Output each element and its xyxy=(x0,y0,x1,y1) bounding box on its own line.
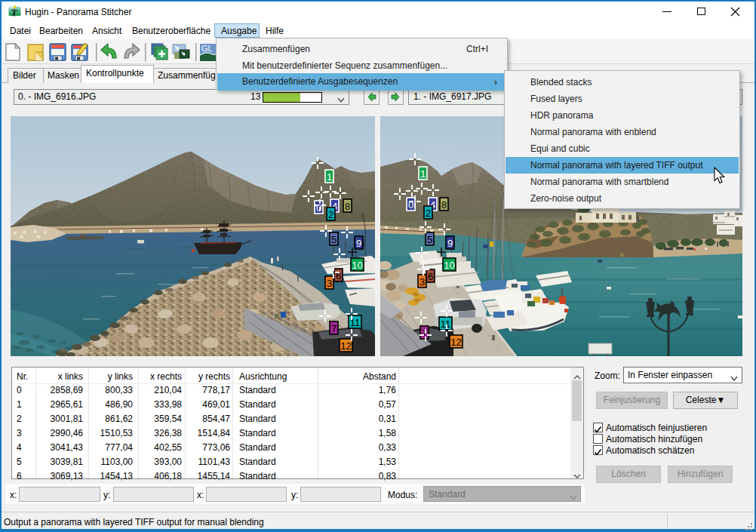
svg-text:12: 12 xyxy=(450,337,461,348)
svg-text:1: 1 xyxy=(327,171,332,183)
svg-text:5: 5 xyxy=(331,234,337,245)
svg-text:8: 8 xyxy=(441,199,447,211)
svg-text:2: 2 xyxy=(328,209,333,220)
svg-text:8: 8 xyxy=(345,201,350,212)
svg-text:10: 10 xyxy=(444,260,454,271)
svg-text:3: 3 xyxy=(327,278,332,289)
svg-text:12: 12 xyxy=(340,340,351,352)
svg-text:2: 2 xyxy=(426,208,431,219)
svg-text:GL: GL xyxy=(201,44,213,53)
svg-text:1: 1 xyxy=(420,168,426,180)
svg-text:6: 6 xyxy=(428,271,433,282)
svg-text:3: 3 xyxy=(419,276,425,288)
svg-text:9: 9 xyxy=(447,238,453,249)
svg-text:11: 11 xyxy=(441,318,451,330)
svg-text:5: 5 xyxy=(427,234,432,245)
svg-text:0: 0 xyxy=(408,199,413,211)
svg-text:7: 7 xyxy=(422,328,427,339)
svg-text:0: 0 xyxy=(316,202,321,214)
svg-text:9: 9 xyxy=(356,238,361,249)
svg-text:10: 10 xyxy=(352,260,362,271)
svg-text:7: 7 xyxy=(331,323,337,334)
svg-text:6: 6 xyxy=(336,270,341,281)
